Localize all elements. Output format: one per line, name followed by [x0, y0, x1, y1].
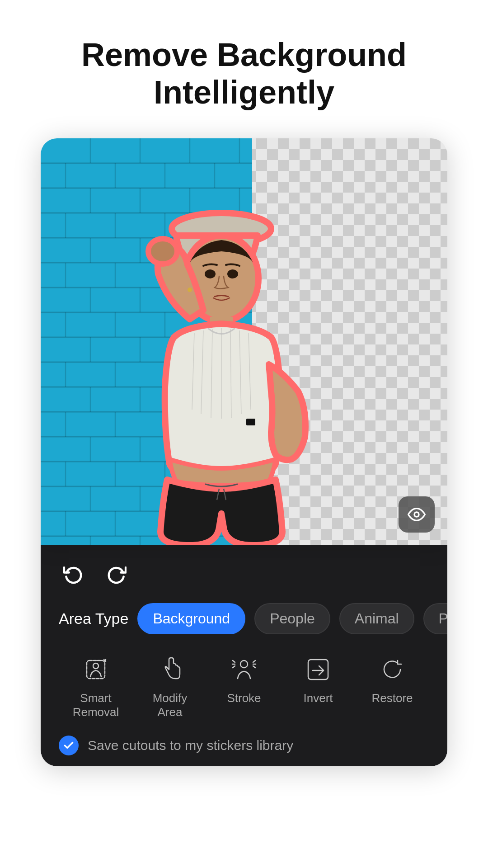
save-label: Save cutouts to my stickers library — [88, 738, 293, 753]
area-type-plant[interactable]: Plant — [423, 603, 447, 634]
tool-row: Smart Removal Modify Area — [59, 652, 429, 719]
save-row: Save cutouts to my stickers library — [59, 736, 429, 755]
invert-icon — [301, 652, 335, 687]
stroke-icon — [227, 652, 261, 687]
redo-button[interactable] — [102, 560, 131, 589]
tool-smart-removal-label: Smart Removal — [66, 691, 125, 719]
svg-line-100 — [233, 660, 235, 662]
tool-invert[interactable]: Invert — [289, 652, 347, 705]
svg-rect-91 — [246, 419, 255, 425]
svg-point-98 — [240, 660, 248, 668]
tool-stroke-label: Stroke — [227, 691, 261, 705]
preview-button[interactable] — [399, 496, 435, 533]
tool-restore-label: Restore — [371, 691, 413, 705]
svg-point-95 — [414, 512, 419, 517]
svg-point-94 — [188, 288, 192, 292]
area-type-people[interactable]: People — [254, 603, 330, 634]
area-type-animal[interactable]: Animal — [339, 603, 414, 634]
smart-removal-icon — [79, 652, 113, 687]
tool-modify-area[interactable]: Modify Area — [141, 652, 199, 719]
svg-line-104 — [253, 666, 255, 668]
tool-smart-removal[interactable]: Smart Removal — [66, 652, 125, 719]
toolbar: Area Type Background People Animal Plant — [41, 545, 447, 766]
tool-stroke[interactable]: Stroke — [215, 652, 273, 705]
area-type-label: Area Type — [59, 610, 128, 627]
tool-restore[interactable]: Restore — [363, 652, 422, 705]
save-checkbox[interactable] — [59, 736, 79, 755]
area-type-background[interactable]: Background — [137, 603, 245, 634]
svg-point-97 — [93, 663, 99, 669]
restore-icon — [375, 652, 409, 687]
svg-point-80 — [148, 239, 177, 264]
tool-modify-area-label: Modify Area — [141, 691, 199, 719]
svg-point-90 — [227, 269, 238, 278]
svg-rect-105 — [308, 660, 328, 679]
tool-invert-label: Invert — [303, 691, 333, 705]
svg-point-89 — [205, 269, 216, 278]
svg-line-101 — [233, 666, 235, 668]
undo-button[interactable] — [59, 560, 88, 589]
scene-illustration — [41, 138, 447, 545]
svg-line-103 — [253, 660, 255, 662]
area-type-row: Area Type Background People Animal Plant — [59, 603, 429, 634]
modify-area-icon — [153, 652, 187, 687]
page-title: Remove Background Intelligently — [54, 36, 434, 111]
